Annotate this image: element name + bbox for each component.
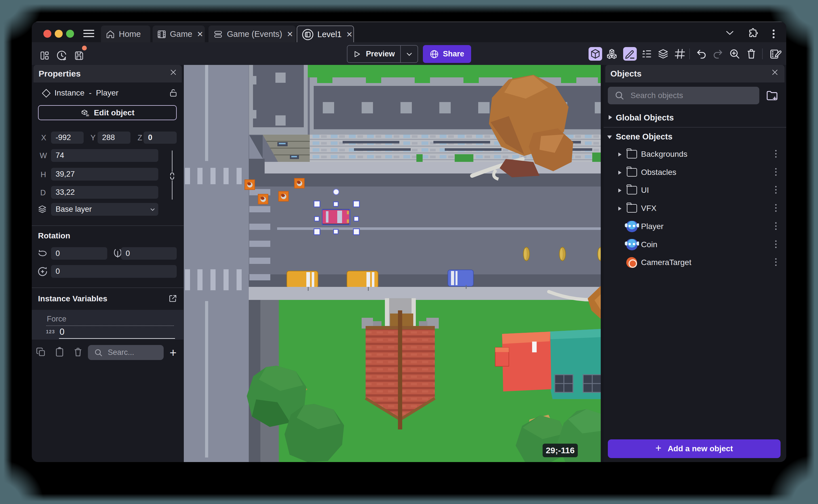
svg-text:3D: 3D xyxy=(86,114,89,117)
svg-text:29;-116: 29;-116 xyxy=(546,446,575,455)
